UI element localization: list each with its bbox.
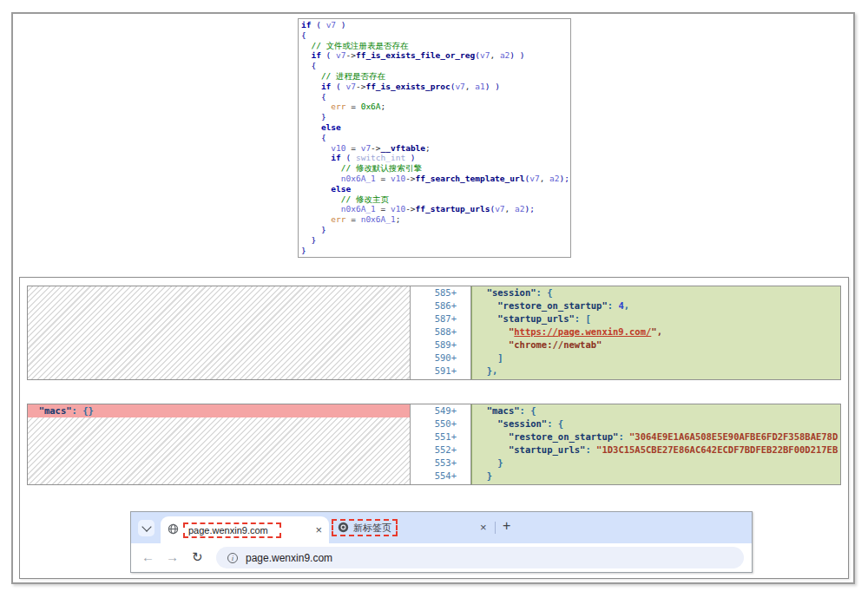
line: 551+ (411, 430, 470, 444)
diff2-added-content: "macs": { "session": { "restore_on_start… (471, 404, 840, 484)
line: else (301, 184, 570, 194)
line: "restore_on_startup": "3064E9E1A6A508E5E… (476, 430, 840, 444)
line: "startup_urls": [ (476, 312, 840, 325)
line: "session": { (476, 417, 840, 430)
line: 552+ (411, 444, 470, 457)
diff2-left-pane: "macs": {} (28, 404, 411, 484)
line: } (301, 246, 570, 256)
line: // 文件或注册表是否存在 (301, 41, 570, 51)
line: 549+ (411, 404, 470, 417)
line: // 修改默认搜索引擎 (301, 163, 570, 174)
forward-button[interactable]: → (166, 549, 179, 566)
line: n0x6A_1 = v10->ff_startup_urls(v7, a2); (301, 204, 570, 214)
tab-search-button[interactable] (138, 520, 155, 536)
browser-tabstrip: page.wenxin9.com × 新标签页 × + (131, 512, 752, 543)
line: 587+ (411, 312, 470, 325)
reload-button[interactable]: ↻ (192, 549, 203, 566)
line: } (476, 470, 840, 483)
tab-page-wenxin9[interactable]: page.wenxin9.com × (161, 516, 329, 543)
diff1-added-content: "session": { "restore_on_startup": 4, "s… (471, 286, 840, 379)
diff-panel-session: 585+586+587+588+589+590+591+ "session": … (27, 286, 841, 380)
browser-toolbar: ← → ↻ i page.wenxin9.com (131, 543, 752, 572)
line: "startup_urls": "1D3C15A5CBE27E86AC642EC… (476, 444, 840, 457)
line: err = 0x6A; (301, 102, 570, 112)
newtab-tab-label[interactable]: 新标签页 (353, 522, 391, 535)
line: ] (476, 352, 840, 365)
line: if ( v7 ) (301, 20, 570, 30)
annotation-box-newtab: 新标签页 (332, 519, 398, 536)
line: { (301, 133, 570, 143)
annotation-box-active-tab: page.wenxin9.com (183, 522, 281, 538)
line: }, (476, 365, 840, 378)
line: { (301, 92, 570, 102)
decompiled-code-panel: if ( v7 ){ // 文件或注册表是否存在 if ( v7->ff_is_… (298, 18, 571, 258)
line: v10 = v7->__vftable; (301, 143, 570, 154)
line: { (301, 30, 570, 41)
line: else (301, 122, 570, 133)
line: } (476, 457, 840, 470)
diff1-line-numbers: 585+586+587+588+589+590+591+ (411, 286, 471, 379)
diff2-empty-hatch (28, 417, 410, 484)
page-info-icon[interactable]: i (227, 553, 238, 563)
line: "session": { (476, 286, 840, 299)
diff1-left-pane (28, 286, 411, 379)
diff-panel-macs: "macs": {} 549+550+551+552+553+554+ "mac… (27, 404, 841, 485)
line: "restore_on_startup": 4, (476, 299, 840, 312)
diff1-empty-hatch (28, 286, 410, 379)
line: "macs": {} (28, 404, 410, 417)
address-bar[interactable]: i page.wenxin9.com (216, 547, 744, 568)
line: n0x6A_1 = v10->ff_search_template_url(v7… (301, 174, 570, 184)
line: // 进程是否存在 (301, 71, 570, 82)
diff2-removed-line: "macs": {} (28, 404, 410, 417)
screenshot-canvas: if ( v7 ){ // 文件或注册表是否存在 if ( v7->ff_is_… (0, 0, 868, 598)
globe-icon (168, 522, 179, 538)
close-tab-icon[interactable]: × (480, 522, 487, 533)
chevron-down-icon (141, 522, 151, 531)
line: "https://page.wenxin9.com/", (476, 325, 840, 338)
line: "chrome://newtab" (476, 338, 840, 352)
line: 589+ (411, 338, 470, 352)
line: } (301, 112, 570, 122)
line: { (301, 61, 570, 71)
section-frame: 585+586+587+588+589+590+591+ "session": … (19, 277, 849, 579)
line: // 修改主页 (301, 194, 570, 205)
line: 554+ (411, 470, 470, 483)
line: if ( v7->ff_is_exists_proc(v7, a1) ) (301, 82, 570, 92)
browser-screenshot: page.wenxin9.com × 新标签页 × + ← → ↻ (130, 511, 753, 573)
line: } (301, 225, 570, 235)
tab-divider (495, 522, 496, 534)
line: if ( switch_int ) (301, 153, 570, 163)
code-lines: if ( v7 ){ // 文件或注册表是否存在 if ( v7->ff_is_… (299, 19, 570, 255)
line: 586+ (411, 299, 470, 312)
line: err = n0x6A_1; (301, 214, 570, 225)
line: 590+ (411, 352, 470, 365)
line: "macs": { (476, 404, 840, 417)
new-tab-button[interactable]: + (503, 518, 510, 534)
line: 550+ (411, 417, 470, 430)
chrome-logo-icon (338, 522, 349, 535)
line: } (301, 235, 570, 246)
active-tab-label: page.wenxin9.com (188, 525, 268, 536)
address-bar-url: page.wenxin9.com (246, 552, 332, 564)
line: 588+ (411, 325, 470, 338)
back-button[interactable]: ← (141, 549, 155, 566)
diff2-line-numbers: 549+550+551+552+553+554+ (411, 404, 471, 484)
line: 585+ (411, 286, 470, 299)
line: if ( v7->ff_is_exists_file_or_reg(v7, a2… (301, 50, 570, 61)
close-tab-icon[interactable]: × (315, 524, 322, 536)
line: 553+ (411, 457, 470, 470)
line: 591+ (411, 365, 470, 378)
